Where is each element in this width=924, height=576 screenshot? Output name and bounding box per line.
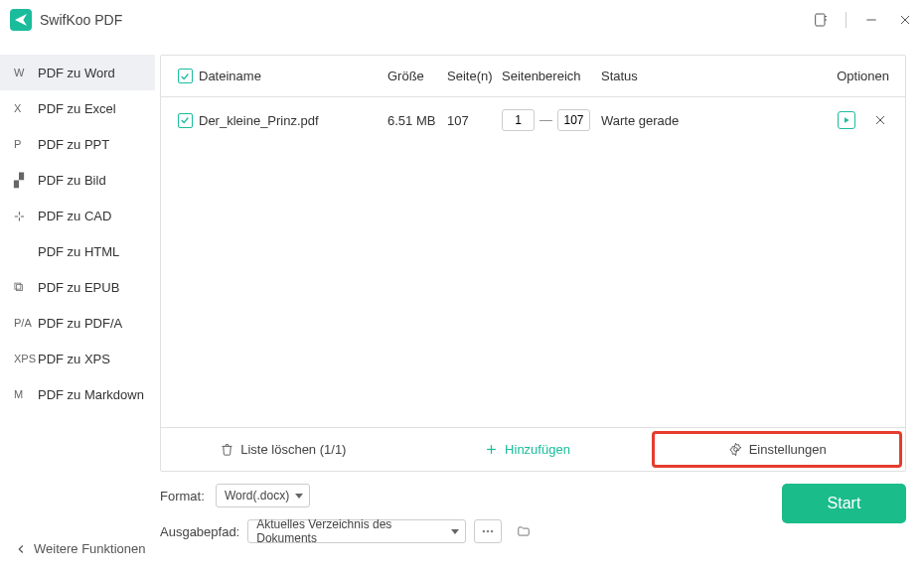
more-options-button[interactable]: [474, 519, 502, 543]
clear-list-label: Liste löschen (1/1): [240, 442, 346, 457]
app-name: SwifKoo PDF: [40, 12, 122, 28]
format-value: Word(.docx): [225, 489, 289, 503]
col-size: Größe: [387, 69, 447, 83]
sidebar-item-label: PDF zu EPUB: [38, 280, 119, 295]
sidebar-item-label: PDF zu Excel: [38, 101, 116, 116]
clear-list-button[interactable]: Liste löschen (1/1): [161, 428, 405, 471]
sidebar-item-label: PDF zu Bild: [38, 173, 106, 188]
file-table: Dateiname Größe Seite(n) Seitenbereich S…: [160, 55, 906, 472]
bottom-controls: Format: Word(.docx) Ausgabepfad: Aktuell…: [160, 484, 906, 543]
divider: [846, 12, 847, 28]
close-button[interactable]: [896, 11, 914, 29]
sidebar-item-label: PDF zu PPT: [38, 137, 109, 152]
format-abbr: P/A: [14, 317, 34, 329]
format-select[interactable]: Word(.docx): [216, 484, 310, 507]
more-functions-label: Weitere Funktionen: [34, 541, 146, 556]
sidebar-item-label: PDF zu Word: [38, 66, 115, 80]
settings-label: Einstellungen: [749, 442, 827, 457]
output-path-select[interactable]: Aktuelles Verzeichnis des Dokuments: [247, 519, 466, 543]
browse-folder-button[interactable]: [510, 519, 538, 543]
svg-point-10: [483, 530, 485, 532]
app-logo-icon: [10, 9, 32, 31]
format-abbr: X: [14, 102, 34, 114]
sidebar: WPDF zu WordXPDF zu ExcelPPDF zu PPT▞PDF…: [0, 40, 155, 576]
output-path-label: Ausgabepfad:: [160, 524, 239, 539]
page-range: —: [502, 109, 601, 131]
sidebar-item-1[interactable]: XPDF zu Excel: [0, 90, 155, 126]
table-action-bar: Liste löschen (1/1) Hinzufügen Einstellu…: [161, 427, 905, 471]
sidebar-item-3[interactable]: ▞PDF zu Bild: [0, 162, 155, 198]
sidebar-item-6[interactable]: ⧉PDF zu EPUB: [0, 269, 155, 305]
svg-point-11: [487, 530, 489, 532]
svg-marker-4: [845, 117, 849, 122]
col-status: Status: [601, 69, 750, 83]
sidebar-item-label: PDF zu Markdown: [38, 387, 144, 402]
window-controls: [812, 11, 914, 29]
sidebar-item-label: PDF zu PDF/A: [38, 316, 122, 331]
select-all-checkbox[interactable]: [178, 69, 193, 83]
format-abbr: M: [14, 388, 34, 400]
sidebar-item-8[interactable]: XPSPDF zu XPS: [0, 341, 155, 376]
format-abbr: W: [14, 67, 34, 78]
range-separator: —: [539, 112, 552, 127]
file-status: Warte gerade: [601, 113, 750, 128]
sidebar-item-5[interactable]: PDF zu HTML: [0, 233, 155, 269]
window-options-icon[interactable]: [812, 11, 830, 29]
file-pages: 107: [447, 113, 502, 128]
start-label: Start: [828, 495, 861, 512]
col-options: Optionen: [750, 69, 895, 83]
sidebar-item-7[interactable]: P/APDF zu PDF/A: [0, 305, 155, 341]
epub-icon: ⧉: [14, 279, 34, 295]
sidebar-item-label: PDF zu XPS: [38, 352, 110, 366]
svg-point-12: [491, 530, 493, 532]
col-pages: Seite(n): [447, 69, 502, 83]
svg-point-9: [733, 448, 737, 452]
range-to-input[interactable]: [557, 109, 590, 131]
title-bar: SwifKoo PDF: [0, 0, 924, 40]
table-header: Dateiname Größe Seite(n) Seitenbereich S…: [161, 56, 905, 97]
format-label: Format:: [160, 489, 208, 504]
add-file-label: Hinzufügen: [505, 442, 570, 457]
sidebar-item-2[interactable]: PPDF zu PPT: [0, 126, 155, 162]
sidebar-item-label: PDF zu HTML: [38, 244, 119, 259]
cad-icon: ⊹: [14, 209, 34, 223]
format-abbr: P: [14, 138, 34, 150]
sidebar-item-4[interactable]: ⊹PDF zu CAD: [0, 198, 155, 233]
table-row: Der_kleine_Prinz.pdf6.51 MB107—Warte ger…: [161, 97, 905, 143]
add-file-button[interactable]: Hinzufügen: [405, 428, 650, 471]
sidebar-item-0[interactable]: WPDF zu Word: [0, 55, 155, 90]
row-checkbox[interactable]: [178, 113, 193, 128]
image-icon: ▞: [14, 173, 34, 188]
file-name: Der_kleine_Prinz.pdf: [199, 113, 387, 128]
range-from-input[interactable]: [502, 109, 535, 131]
format-abbr: XPS: [14, 353, 34, 364]
sidebar-item-label: PDF zu CAD: [38, 209, 111, 223]
output-path-value: Aktuelles Verzeichnis des Dokuments: [256, 517, 445, 545]
sidebar-item-9[interactable]: MPDF zu Markdown: [0, 376, 155, 412]
convert-row-button[interactable]: [838, 111, 855, 129]
svg-rect-0: [816, 14, 825, 26]
remove-row-button[interactable]: [871, 111, 889, 129]
minimize-button[interactable]: [862, 11, 880, 29]
col-range: Seitenbereich: [502, 69, 601, 83]
start-button[interactable]: Start: [782, 484, 906, 523]
file-size: 6.51 MB: [387, 113, 447, 128]
col-name: Dateiname: [199, 69, 387, 83]
main-panel: Dateiname Größe Seite(n) Seitenbereich S…: [155, 40, 924, 576]
settings-button[interactable]: Einstellungen: [652, 431, 902, 468]
more-functions-button[interactable]: Weitere Funktionen: [14, 541, 146, 556]
